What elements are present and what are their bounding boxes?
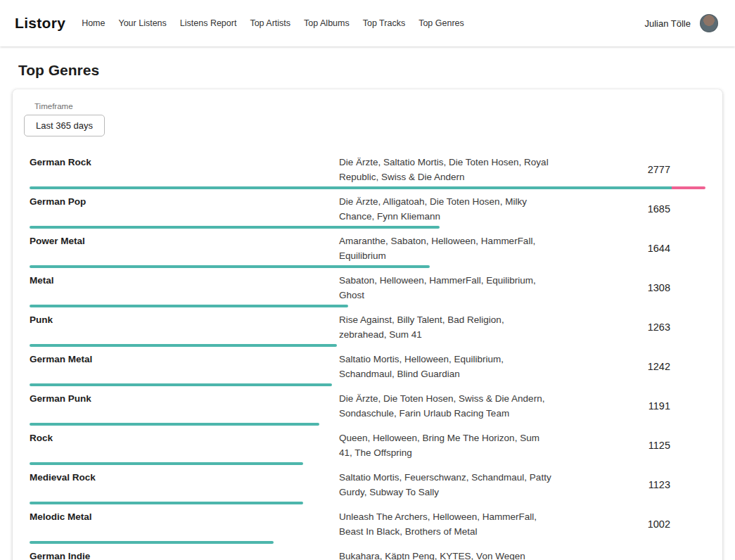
top-nav: Listory HomeYour ListensListens ReportTo… [0,0,735,46]
nav-item-your-listens[interactable]: Your Listens [118,18,166,28]
genre-count: 2777 [564,164,705,175]
timeframe-filter: Timeframe Last 365 days [30,102,705,136]
genre-name: Melodic Metal [30,509,339,539]
genre-row: German RockDie Ärzte, Saltatio Mortis, D… [30,152,705,191]
genre-row: German PunkDie Ärzte, Die Toten Hosen, S… [30,388,705,428]
genre-artists: Die Ärzte, Alligatoah, Die Toten Hosen, … [339,194,554,224]
genre-name: German Punk [30,391,339,421]
brand-logo[interactable]: Listory [15,15,65,32]
genre-artists: Bukahara, Käptn Peng, KYTES, Von Wegen L… [339,549,554,560]
genre-row: Medieval RockSaltatio Mortis, Feuerschwa… [30,467,705,507]
genre-bar [30,226,440,229]
genre-bar [30,344,337,347]
genre-row: German MetalSaltatio Mortis, Helloween, … [30,349,705,388]
genres-table: German RockDie Ärzte, Saltatio Mortis, D… [30,152,705,560]
genre-bar [30,423,319,426]
genre-bar [30,265,430,268]
genre-artists: Amaranthe, Sabaton, Helloween, HammerFal… [339,234,554,263]
genre-row: RockQueen, Helloween, Bring Me The Horiz… [30,428,705,467]
genre-row: MetalSabaton, Helloween, HammerFall, Equ… [30,270,705,310]
genre-row: PunkRise Against, Billy Talent, Bad Reli… [30,310,705,349]
genre-artists: Sabaton, Helloween, HammerFall, Equilibr… [339,273,554,303]
genre-name: German Rock [30,155,339,184]
nav-item-home[interactable]: Home [82,18,105,28]
genre-bar [30,541,274,544]
genre-name: Punk [30,312,339,342]
genre-name: German Pop [30,194,339,224]
genre-count: 1125 [564,440,705,451]
nav-item-top-albums[interactable]: Top Albums [304,18,350,28]
genre-name: Rock [30,431,339,460]
genre-count: 1263 [564,322,705,333]
genre-row: Melodic MetalUnleash The Archers, Hellow… [30,507,705,546]
genre-count: 1002 [564,518,705,530]
genre-row: Power MetalAmaranthe, Sabaton, Helloween… [30,231,705,270]
top-genres-card: Timeframe Last 365 days German RockDie Ä… [13,89,722,560]
genre-name: Metal [30,273,339,303]
genre-artists: Unleash The Archers, Helloween, HammerFa… [339,509,554,539]
genre-artists: Rise Against, Billy Talent, Bad Religion… [339,312,554,342]
genre-bar [30,383,332,386]
genre-count: 1242 [564,361,705,372]
nav-item-listens-report[interactable]: Listens Report [180,18,237,28]
nav-item-top-genres[interactable]: Top Genres [418,18,464,28]
genre-artists: Die Ärzte, Saltatio Mortis, Die Toten Ho… [339,155,554,184]
genre-name: German Indie [30,549,339,560]
nav-item-top-artists[interactable]: Top Artists [250,18,290,28]
genre-artists: Saltatio Mortis, Helloween, Equilibrium,… [339,352,554,381]
user-avatar[interactable] [700,14,718,32]
nav-item-top-tracks[interactable]: Top Tracks [363,18,405,28]
genre-bar [30,186,705,189]
timeframe-label: Timeframe [34,102,705,110]
genre-name: German Metal [30,352,339,381]
timeframe-select[interactable]: Last 365 days [24,115,105,136]
genre-row: German PopDie Ärzte, Alligatoah, Die Tot… [30,191,705,231]
genre-count: 1191 [564,400,705,412]
user-name[interactable]: Julian Tölle [644,18,691,29]
page-title: Top Genres [18,62,735,79]
genre-row: German IndieBukahara, Käptn Peng, KYTES,… [30,546,705,560]
nav-right: Julian Tölle [644,14,718,32]
genre-artists: Queen, Helloween, Bring Me The Horizon, … [339,431,554,460]
genre-count: 1685 [564,203,705,215]
genre-name: Power Metal [30,234,339,263]
genre-name: Medieval Rock [30,470,339,499]
genre-count: 1644 [564,243,705,254]
genre-bar [30,462,303,465]
genre-bar [30,305,348,307]
genre-count: 1123 [564,479,705,490]
genre-bar [30,502,303,504]
genre-count: 1308 [564,282,705,293]
nav-menu: HomeYour ListensListens ReportTop Artist… [82,18,464,28]
genre-artists: Die Ärzte, Die Toten Hosen, Swiss & Die … [339,391,554,421]
genre-artists: Saltatio Mortis, Feuerschwanz, Schandmau… [339,470,554,499]
